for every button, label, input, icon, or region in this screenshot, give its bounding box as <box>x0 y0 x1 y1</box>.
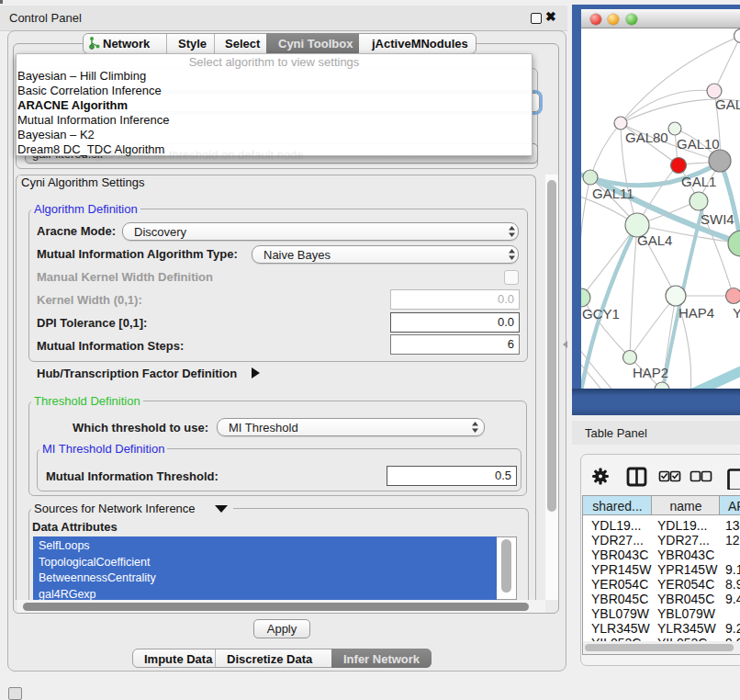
svg-text:GAL4: GAL4 <box>637 232 672 248</box>
svg-text:GAL1: GAL1 <box>681 174 716 189</box>
svg-text:GAL10: GAL10 <box>677 136 720 152</box>
svg-text:GAL2: GAL2 <box>715 96 740 112</box>
svg-text:HAP4: HAP4 <box>678 305 714 321</box>
svg-text:GCY1: GCY1 <box>582 306 620 322</box>
svg-text:YL: YL <box>733 305 740 321</box>
svg-text:GAL11: GAL11 <box>592 186 634 201</box>
svg-text:SWI4: SWI4 <box>701 211 734 227</box>
svg-text:HAP2: HAP2 <box>633 365 668 380</box>
svg-text:GAL80: GAL80 <box>625 130 668 145</box>
